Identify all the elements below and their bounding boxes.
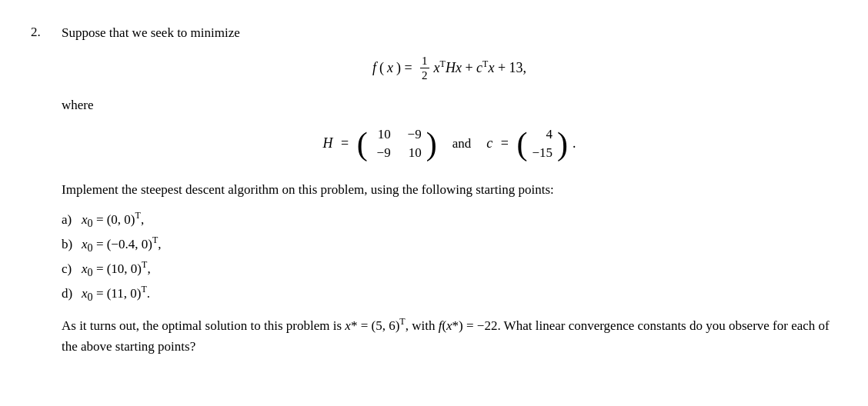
c-r1c1: 4 [532,127,553,142]
problem-content: Suppose that we seek to minimize f(x) = … [62,23,837,357]
c-matrix-grid: 4 −15 [532,127,553,161]
formula-block: f(x) = 1 2 xTHx + cTx + 13, [62,54,837,82]
point-text-c: x0 = (10, 0)T, [82,258,151,281]
x-var: x [387,55,393,80]
formula-rest: xTHx + cTx + 13, [434,55,527,80]
list-item: c) x0 = (10, 0)T, [62,258,837,281]
equals-sign-H: = [338,135,352,151]
intro-line: Suppose that we seek to minimize [62,23,837,43]
right-paren-c: ) [557,128,568,160]
point-label-d: d) [62,283,77,306]
H-r1c2: −9 [403,127,422,142]
left-paren-c: ( [516,128,527,160]
point-label-a: a) [62,209,77,232]
list-item: d) x0 = (11, 0)T. [62,283,837,306]
problem-container: 2. Suppose that we seek to minimize f(x)… [31,23,837,357]
H-matrix-grid: 10 −9 −9 10 [372,127,422,161]
c-r2c1: −15 [532,145,553,161]
left-paren-H: ( [357,128,368,160]
list-item: a) x0 = (0, 0)T, [62,209,837,232]
H-r2c2: 10 [403,145,422,161]
fraction-half: 1 2 [420,54,429,82]
and-label: and [449,136,475,151]
point-text-b: x0 = (−0.4, 0)T, [82,234,161,257]
c-label: c [486,135,492,151]
point-text-d: x0 = (11, 0)T. [82,283,150,306]
where-line: where [62,98,837,113]
c-expr: c = ( 4 −15 ) . [486,127,576,161]
period-after-c: . [573,135,576,151]
H-r1c1: 10 [372,127,391,142]
f-of-x: f [372,55,376,80]
matrix-line: H = ( 10 −9 −9 10 ) and c = ( 4 [62,127,837,161]
right-paren-H: ) [426,128,437,160]
equals-sign-c: = [497,135,512,151]
H-expr: H = ( 10 −9 −9 10 ) [323,127,437,161]
points-list: a) x0 = (0, 0)T, b) x0 = (−0.4, 0)T, c) … [62,209,837,306]
point-label-c: c) [62,258,77,281]
implement-text: Implement the steepest descent algorithm… [62,179,837,200]
conclusion-text: As it turns out, the optimal solution to… [62,315,837,357]
H-r2c1: −9 [372,145,391,161]
H-label: H [323,135,333,151]
problem-number: 2. [31,23,62,40]
main-formula: f(x) = 1 2 xTHx + cTx + 13, [372,54,526,82]
list-item: b) x0 = (−0.4, 0)T, [62,234,837,257]
point-label-b: b) [62,234,77,257]
point-text-a: x0 = (0, 0)T, [82,209,144,232]
